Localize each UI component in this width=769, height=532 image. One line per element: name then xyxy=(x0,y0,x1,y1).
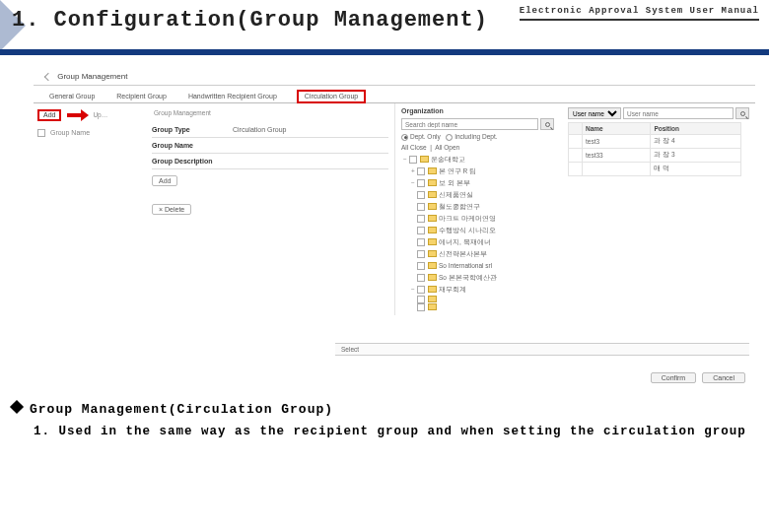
collapse-icon[interactable]: − xyxy=(401,154,409,166)
tree-node-label[interactable]: 마크트 마케머연영 xyxy=(439,213,496,225)
folder-icon xyxy=(428,262,437,269)
tab-recipient-group[interactable]: Recipient Group xyxy=(114,90,169,102)
checkbox-icon[interactable] xyxy=(417,203,425,211)
label-group-type: Group Type xyxy=(152,126,233,133)
checkbox-icon[interactable] xyxy=(417,303,425,311)
tree-toggle-row: All Close | All Open xyxy=(401,144,554,151)
item-number: 1. xyxy=(34,425,50,438)
collapse-icon[interactable]: − xyxy=(409,177,417,189)
group-list-header: Group Name xyxy=(37,129,148,137)
add-group-button[interactable]: Add xyxy=(37,109,61,121)
checkbox-icon[interactable] xyxy=(417,274,425,282)
organization-title: Organization xyxy=(401,107,554,114)
tree-node-label[interactable]: 철도종합연구 xyxy=(439,201,480,213)
folder-icon xyxy=(428,303,437,310)
row-group-name: Group Name xyxy=(152,138,388,154)
checkbox-icon[interactable] xyxy=(417,179,425,187)
tree-node-label[interactable]: 재무회계 xyxy=(439,284,466,296)
radio-including-dept[interactable] xyxy=(446,134,453,141)
form-section-title: Group Management xyxy=(154,109,388,116)
annotation-block: Group Management(Circulation Group) 1. U… xyxy=(12,402,757,438)
confirm-button[interactable]: Confirm xyxy=(651,372,697,383)
checkbox-icon[interactable] xyxy=(417,238,425,246)
user-list-column: User name Name Position test3 과 장 4 test xyxy=(564,103,749,176)
radio-including-dept-label: Including Dept. xyxy=(454,133,497,140)
annotation-item-1: 1. Used in the same way as the recipient… xyxy=(12,425,757,438)
tree-node-label[interactable]: 수행방식 시나리오 xyxy=(439,225,496,236)
cell-name: test3 xyxy=(583,135,651,149)
input-group-description[interactable] xyxy=(233,158,388,165)
org-scope-radios: Dept. Only Including Dept. xyxy=(401,133,554,141)
checkbox-icon[interactable] xyxy=(417,250,425,258)
table-row[interactable]: 매 덕 xyxy=(569,163,741,176)
tree-node-label[interactable]: So 본본국학예산관 xyxy=(439,272,497,284)
table-row[interactable]: test3 과 장 4 xyxy=(569,135,741,149)
tree-node-label[interactable]: 신제품연실 xyxy=(439,189,473,201)
checkbox-icon[interactable] xyxy=(417,215,425,223)
tab-circulation-group[interactable]: Circulation Group xyxy=(297,90,366,103)
expand-icon[interactable]: + xyxy=(409,166,417,177)
group-tabs: General Group Recipient Group Handwritte… xyxy=(34,86,755,103)
select-bar: Select xyxy=(335,343,749,356)
tree-node-label[interactable]: 신전략본사본부 xyxy=(439,248,487,260)
folder-icon xyxy=(428,286,437,293)
org-search-input[interactable] xyxy=(401,118,538,130)
form-add-button[interactable]: Add xyxy=(152,175,177,186)
tab-general-group[interactable]: General Group xyxy=(47,90,97,102)
all-close-link[interactable]: All Close xyxy=(401,144,427,151)
delete-button[interactable]: × Delete xyxy=(152,204,191,215)
label-group-name: Group Name xyxy=(152,142,233,149)
page-header: 1. Configuration(Group Management) Elect… xyxy=(0,0,769,55)
folder-icon xyxy=(428,203,437,210)
tree-node-label[interactable]: 운송대학교 xyxy=(431,154,465,166)
bullet-diamond-icon xyxy=(10,400,24,414)
group-name-header: Group Name xyxy=(50,129,90,136)
back-icon[interactable] xyxy=(44,73,52,81)
value-group-type: Circulation Group xyxy=(233,126,388,133)
checkbox-icon[interactable] xyxy=(409,156,417,164)
select-label: Select xyxy=(341,346,359,353)
org-search xyxy=(401,118,554,130)
cancel-button[interactable]: Cancel xyxy=(702,372,745,383)
checkbox-icon[interactable] xyxy=(417,296,425,303)
tree-node-label[interactable]: 보 외 본부 xyxy=(439,177,470,189)
checkbox-icon[interactable] xyxy=(417,167,425,175)
tree-node-label[interactable]: So International srl xyxy=(439,260,492,272)
table-header: Name Position xyxy=(569,123,741,135)
panel-title: Group Management xyxy=(57,72,127,81)
cell-position: 과 장 3 xyxy=(651,149,741,163)
input-group-name[interactable] xyxy=(233,142,388,149)
folder-icon xyxy=(428,238,437,245)
user-search-button[interactable] xyxy=(735,107,749,119)
all-open-link[interactable]: All Open xyxy=(435,144,459,151)
dialog-buttons: Confirm Cancel xyxy=(651,372,745,383)
radio-dept-only-label: Dept. Only xyxy=(410,133,441,140)
callout-arrow-icon xyxy=(67,110,89,120)
page-title: 1. Configuration(Group Management) xyxy=(12,8,488,33)
tree-node-label[interactable]: 에너지, 목재에너 xyxy=(439,236,491,248)
org-search-button[interactable] xyxy=(540,118,554,130)
checkbox-icon[interactable] xyxy=(417,286,425,294)
col-position: Position xyxy=(651,123,741,135)
org-tree[interactable]: −운송대학교 +본 연구 R 팀 −보 외 본부 신제품연실 철도종합연구 마크… xyxy=(401,154,554,311)
cell-name: test33 xyxy=(583,149,651,163)
row-group-description: Group Description xyxy=(152,154,388,169)
checkbox-icon[interactable] xyxy=(37,129,45,137)
group-list-column: Add Up… Group Name xyxy=(34,103,152,143)
row-group-type: Group Type Circulation Group xyxy=(152,122,388,138)
tree-node-label[interactable]: 본 연구 R 팀 xyxy=(439,166,476,177)
user-search-input[interactable] xyxy=(623,107,734,119)
radio-dept-only[interactable] xyxy=(401,134,408,141)
checkbox-icon[interactable] xyxy=(417,227,425,234)
up-label: Up… xyxy=(93,111,107,118)
checkbox-icon[interactable] xyxy=(417,262,425,270)
group-form-column: Group Management Group Type Circulation … xyxy=(152,103,388,215)
user-table: Name Position test3 과 장 4 test33 과 장 3 매… xyxy=(568,122,741,176)
table-row[interactable]: test33 과 장 3 xyxy=(569,149,741,163)
user-search-type[interactable]: User name xyxy=(568,107,621,119)
collapse-icon[interactable]: − xyxy=(409,284,417,296)
folder-icon xyxy=(420,156,429,163)
tab-handwritten-recipient-group[interactable]: Handwritten Recipient Group xyxy=(186,90,279,102)
panel-title-bar: Group Management xyxy=(34,69,755,86)
checkbox-icon[interactable] xyxy=(417,191,425,199)
